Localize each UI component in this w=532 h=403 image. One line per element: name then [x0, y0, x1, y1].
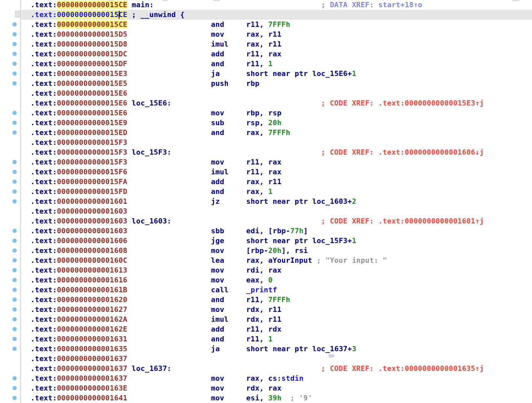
disasm-line[interactable]: .text:00000000000015E9subrsp, 20h [0, 118, 532, 128]
disasm-line[interactable]: .text:00000000000015E6movrbp, rsp [0, 108, 532, 118]
instruction-dot-icon[interactable] [12, 180, 17, 184]
instruction-dot-icon[interactable] [12, 229, 17, 233]
instruction-dot-icon[interactable] [12, 268, 17, 272]
token-n: mov [211, 394, 224, 402]
instruction-dot-icon[interactable] [12, 111, 17, 115]
instruction-dot-icon[interactable] [12, 62, 17, 66]
instruction-dot-icon[interactable] [12, 22, 17, 27]
disasm-line[interactable]: .text:0000000000001637movrax, cs:stdin [0, 374, 532, 383]
token-n: r11, [246, 20, 268, 29]
instruction-dot-icon[interactable] [12, 199, 17, 203]
disasm-line[interactable]: .text:00000000000015F3movr11, rax [0, 157, 532, 167]
disasm-text: add [211, 49, 224, 59]
disasm-line[interactable]: .text:0000000000001603loc_1603:; CODE XR… [0, 216, 532, 226]
disasm-line[interactable]: .text:0000000000001637loc_1637:; CODE XR… [0, 364, 532, 374]
disasm-line[interactable]: .text:00000000000015E5pushrbp [0, 79, 532, 88]
disasm-line[interactable]: .text:00000000000015DFandr11, 1 [0, 59, 532, 69]
disasm-line[interactable]: .text:000000000000161Bcall_printf [0, 285, 532, 295]
instruction-dot-icon[interactable] [12, 396, 17, 400]
token-p: .text: [30, 1, 57, 9]
disasm-line[interactable]: .text:000000000000160Clearax, aYourInput… [0, 256, 532, 265]
disasm-line[interactable]: .text:0000000000001603 [0, 206, 532, 216]
disassembly-view: .text:00000000000015CEmain:; DATA XREF: … [0, 0, 532, 403]
token-p: .text: [30, 138, 57, 146]
instruction-dot-icon[interactable] [12, 239, 17, 243]
disasm-line[interactable]: .text:00000000000015D5movrax, r11 [0, 29, 532, 39]
disasm-line[interactable]: .text:0000000000001631andr11, 1 [0, 334, 532, 344]
instruction-dot-icon[interactable] [12, 42, 17, 46]
disasm-line[interactable]: .text:0000000000001641movesi, 39h; '9' [0, 393, 532, 403]
token-a: 0000000000001608 [57, 246, 127, 255]
token-n: mov [211, 276, 224, 284]
token-n: mov [211, 305, 224, 314]
disasm-line[interactable]: .text:0000000000001603sbbedi, [rbp-77h] [0, 226, 532, 236]
token-p: .text: [30, 266, 57, 274]
disasm-line[interactable]: .text:00000000000015CEmain:; DATA XREF: … [0, 0, 532, 10]
instruction-dot-icon[interactable] [12, 258, 17, 262]
disasm-line[interactable]: .text:00000000000015E3jashort near ptr l… [0, 69, 532, 79]
disasm-line[interactable]: .text:00000000000015D8imulrax, r11 [0, 39, 532, 49]
token-n: ja [211, 345, 220, 353]
disasm-text: r11, rax [246, 167, 282, 177]
token-p: .text: [30, 227, 57, 235]
instruction-dot-icon[interactable] [12, 278, 17, 282]
instruction-dot-icon[interactable] [12, 170, 17, 174]
instruction-dot-icon[interactable] [12, 130, 17, 135]
disasm-line[interactable]: .text:0000000000001635jashort near ptr l… [0, 344, 532, 354]
disasm-line[interactable]: .text:00000000000015F3 [0, 138, 532, 147]
token-p: .text: [30, 197, 57, 205]
disasm-line[interactable]: .text:00000000000015CEandr11, 7FFFh [0, 20, 532, 29]
disasm-line[interactable]: .text:00000000000015E6 [0, 88, 532, 98]
disasm-line[interactable]: .text:0000000000001616moveax, 0 [0, 275, 532, 285]
token-a: 0000000000001616 [57, 276, 127, 284]
disasm-text: .text:00000000000015E9 [30, 118, 127, 128]
instruction-dot-icon[interactable] [12, 248, 17, 253]
disasm-text: .text:00000000000015FA [30, 177, 127, 187]
instruction-dot-icon[interactable] [12, 337, 17, 341]
token-p: .text: [30, 60, 57, 68]
disasm-line[interactable]: .text:00000000000015E6loc_15E6:; CODE XR… [0, 98, 532, 108]
disasm-line[interactable]: .text:000000000000163Emovrdx, rax [0, 383, 532, 393]
instruction-dot-icon[interactable] [12, 160, 17, 164]
disasm-line[interactable]: .text:0000000000001627movrdx, r11 [0, 305, 532, 315]
instruction-dot-icon[interactable] [12, 52, 17, 56]
token-a: 000000000000161B [57, 286, 127, 294]
disasm-line[interactable]: .text:00000000000015CE; __unwind { [0, 10, 532, 20]
disasm-line[interactable]: .text:000000000000162Eaddr11, rdx [0, 324, 532, 334]
disasm-line[interactable]: .text:00000000000015F3loc_15F3:; CODE XR… [0, 147, 532, 157]
instruction-dot-icon[interactable] [12, 81, 17, 86]
disasm-line[interactable]: .text:00000000000015FDandrax, 1 [0, 187, 532, 197]
token-a: 0000000000001637 [57, 374, 127, 382]
token-a: 0000000000001606 [57, 237, 127, 245]
token-n: rax, r11 [246, 178, 282, 186]
instruction-dot-icon[interactable] [12, 376, 17, 380]
instruction-dot-icon[interactable] [12, 297, 17, 302]
disasm-text: .text:00000000000015D8 [30, 39, 127, 49]
disasm-text: .text:00000000000015E6 [30, 108, 127, 118]
instruction-dot-icon[interactable] [12, 347, 17, 351]
instruction-dot-icon[interactable] [12, 327, 17, 331]
instruction-dot-icon[interactable] [12, 317, 17, 321]
token-p: .text: [30, 345, 57, 353]
instruction-dot-icon[interactable] [12, 189, 17, 194]
instruction-dot-icon[interactable] [12, 121, 17, 125]
disasm-line[interactable]: .text:0000000000001613movrdi, rax [0, 265, 532, 275]
instruction-dot-icon[interactable] [12, 288, 17, 292]
disasm-line[interactable]: .text:00000000000015EDandrax, 7FFFh [0, 128, 532, 138]
instruction-dot-icon[interactable] [12, 307, 17, 312]
disasm-line[interactable]: .text:0000000000001637 [0, 354, 532, 364]
disasm-text: and [211, 187, 224, 197]
token-p: .text: [30, 355, 57, 363]
disasm-line[interactable]: .text:000000000000162Aimulrdx, r11 [0, 315, 532, 324]
disasm-line[interactable]: .text:0000000000001601jzshort near ptr l… [0, 197, 532, 206]
disasm-line[interactable]: .text:0000000000001620andr11, 7FFFh [0, 295, 532, 305]
disasm-line[interactable]: .text:00000000000015DCaddr11, rax [0, 49, 532, 59]
instruction-dot-icon[interactable] [12, 32, 17, 36]
disasm-line[interactable]: .text:00000000000015FAaddrax, r11 [0, 177, 532, 187]
instruction-dot-icon[interactable] [12, 71, 17, 76]
disasm-line[interactable]: .text:0000000000001606jgeshort near ptr … [0, 236, 532, 246]
disasm-text: loc_1637: [132, 364, 171, 374]
instruction-dot-icon[interactable] [12, 386, 17, 390]
disasm-line[interactable]: .text:0000000000001608mov[rbp-20h], rsi [0, 246, 532, 256]
disasm-line[interactable]: .text:00000000000015F6imulr11, rax [0, 167, 532, 177]
